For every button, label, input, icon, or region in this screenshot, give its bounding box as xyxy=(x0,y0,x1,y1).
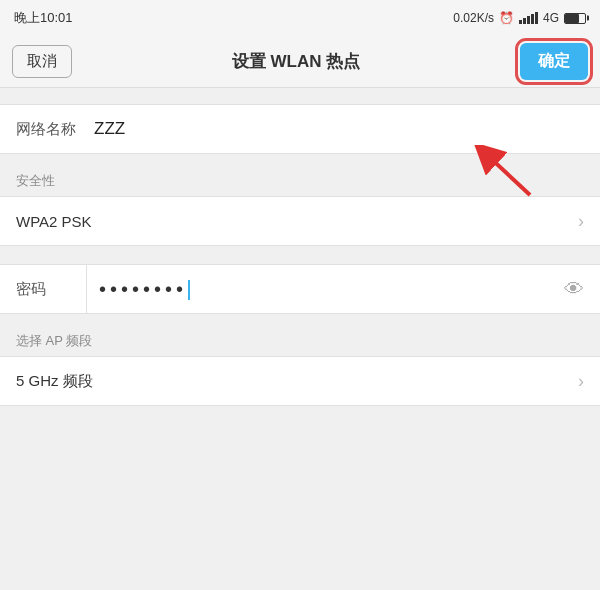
status-indicators: 0.02K/s ⏰ 4G xyxy=(453,11,586,25)
page-title: 设置 WLAN 热点 xyxy=(232,50,360,73)
security-selector-row[interactable]: WPA2 PSK › xyxy=(0,196,600,246)
status-bar: 晚上10:01 0.02K/s ⏰ 4G xyxy=(0,0,600,36)
alarm-icon: ⏰ xyxy=(499,11,514,25)
network-name-label: 网络名称 xyxy=(16,120,86,139)
spacer3 xyxy=(0,314,600,332)
password-input-area[interactable]: •••••••• 👁 xyxy=(86,265,584,313)
eye-icon[interactable]: 👁 xyxy=(564,278,584,301)
network-type: 4G xyxy=(543,11,559,25)
password-row[interactable]: 密码 •••••••• 👁 xyxy=(0,264,600,314)
security-arrow-icon: › xyxy=(578,211,584,232)
content-area: 网络名称 ZZZ 安全性 WPA2 PSK › 密码 •••••••• 👁 选择… xyxy=(0,88,600,422)
text-cursor xyxy=(188,280,190,300)
network-name-row[interactable]: 网络名称 ZZZ xyxy=(0,104,600,154)
nav-bar: 取消 设置 WLAN 热点 确定 xyxy=(0,36,600,88)
cancel-button[interactable]: 取消 xyxy=(12,45,72,78)
speed-indicator: 0.02K/s xyxy=(453,11,494,25)
password-dots: •••••••• xyxy=(99,278,554,301)
spacer2 xyxy=(0,246,600,264)
network-name-value: ZZZ xyxy=(86,119,584,139)
time-display: 晚上10:01 xyxy=(14,9,73,27)
spacer1 xyxy=(0,154,600,172)
battery-icon xyxy=(564,13,586,24)
security-value: WPA2 PSK xyxy=(16,213,578,230)
ap-band-section-label: 选择 AP 频段 xyxy=(0,332,600,356)
password-label: 密码 xyxy=(16,280,86,299)
ap-band-selector-row[interactable]: 5 GHz 频段 › xyxy=(0,356,600,406)
confirm-button[interactable]: 确定 xyxy=(520,43,588,80)
ap-band-arrow-icon: › xyxy=(578,371,584,392)
security-section-label: 安全性 xyxy=(0,172,600,196)
signal-icon xyxy=(519,12,538,24)
ap-band-value: 5 GHz 频段 xyxy=(16,372,578,391)
